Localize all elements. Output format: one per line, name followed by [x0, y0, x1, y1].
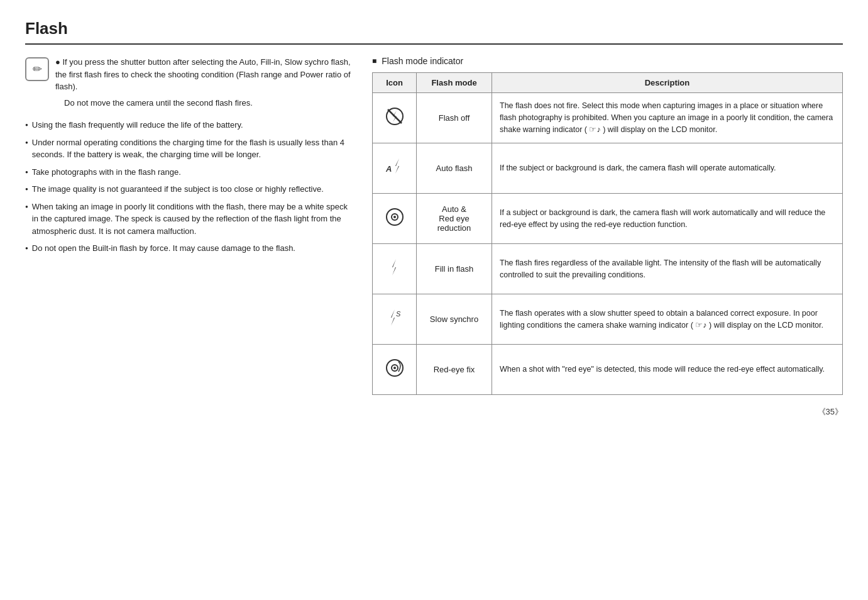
list-item: Under normal operating conditions the ch…	[25, 136, 352, 161]
right-column: Flash mode indicator Icon Flash mode Des…	[372, 56, 843, 395]
auto-red-eye-mode: Auto &Red eyereduction	[417, 194, 492, 244]
page-number: 《35》	[25, 406, 843, 418]
table-row: Fill in flash The flash fires regardless…	[373, 244, 843, 294]
table-row: S Slow synchro The flash operates with a…	[373, 294, 843, 345]
flash-off-icon	[385, 106, 405, 126]
table-row: Auto &Red eyereduction If a subject or b…	[373, 194, 843, 244]
red-eye-fix-mode: Red-eye fix	[417, 345, 492, 395]
note-paragraph-indent: Do not move the camera until the second …	[64, 97, 352, 109]
left-column: ✏ ● If you press the shutter button afte…	[25, 56, 352, 260]
auto-flash-desc: If the subject or background is dark, th…	[492, 143, 843, 194]
auto-red-eye-icon-cell	[373, 194, 417, 244]
top-divider	[25, 43, 843, 45]
table-row: Flash off The flash does not fire. Selec…	[373, 93, 843, 143]
list-item: Do not open the Built-in flash by force.…	[25, 242, 352, 255]
flash-off-desc: The flash does not fire. Select this mod…	[492, 93, 843, 143]
col-header-description: Description	[492, 73, 843, 93]
flash-off-mode: Flash off	[417, 93, 492, 143]
auto-flash-icon-cell: A	[373, 143, 417, 194]
list-item: Take photographs with in the flash range…	[25, 166, 352, 179]
table-row: Red-eye fix When a shot with "red eye" i…	[373, 345, 843, 395]
fill-in-flash-desc: The flash fires regardless of the availa…	[492, 244, 843, 294]
auto-flash-icon: A	[385, 157, 405, 177]
note-text-block: ● If you press the shutter button after …	[55, 56, 352, 113]
section-header: Flash mode indicator	[372, 56, 843, 66]
red-eye-fix-icon	[385, 358, 405, 378]
fill-in-flash-icon	[385, 257, 405, 277]
slow-synchro-icon: S	[383, 308, 406, 328]
slow-synchro-mode: Slow synchro	[417, 294, 492, 345]
main-layout: ✏ ● If you press the shutter button afte…	[25, 56, 843, 395]
red-eye-fix-desc: When a shot with "red eye" is detected, …	[492, 345, 843, 395]
auto-red-eye-desc: If a subject or background is dark, the …	[492, 194, 843, 244]
flash-mode-table: Icon Flash mode Description Flash of	[372, 72, 843, 395]
note-icon: ✏	[25, 57, 49, 81]
red-eye-fix-icon-cell	[373, 345, 417, 395]
svg-point-9	[393, 367, 396, 369]
auto-red-eye-icon	[385, 207, 405, 227]
note-box: ✏ ● If you press the shutter button afte…	[25, 56, 352, 113]
table-row: A Auto flash If the subject or backgroun…	[373, 143, 843, 194]
section-header-label: Flash mode indicator	[382, 56, 463, 66]
fill-in-flash-mode: Fill in flash	[417, 244, 492, 294]
slow-synchro-icon-cell: S	[373, 294, 417, 345]
list-item: When taking an image in poorly lit condi…	[25, 201, 352, 238]
svg-line-1	[388, 109, 402, 123]
list-item: The image quality is not guaranteed if t…	[25, 183, 352, 196]
col-header-icon: Icon	[373, 73, 417, 93]
page-title: Flash	[25, 19, 843, 38]
list-item: Using the flash frequently will reduce t…	[25, 119, 352, 131]
svg-text:A: A	[385, 164, 392, 174]
col-header-flash-mode: Flash mode	[417, 73, 492, 93]
slow-synchro-desc: The flash operates with a slow shutter s…	[492, 294, 843, 345]
fill-in-flash-icon-cell	[373, 244, 417, 294]
auto-flash-mode: Auto flash	[417, 143, 492, 194]
flash-off-icon-cell	[373, 93, 417, 143]
svg-point-5	[393, 216, 396, 218]
bullet-list: Using the flash frequently will reduce t…	[25, 119, 352, 255]
note-paragraph-1: ● If you press the shutter button after …	[55, 56, 352, 93]
svg-text:S: S	[396, 310, 401, 318]
